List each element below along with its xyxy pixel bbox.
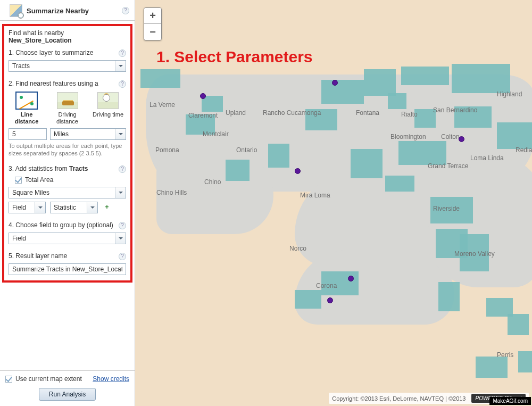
- step-5-row: 5. Result layer name ?: [9, 252, 126, 260]
- step-5-label: 5. Result layer name: [9, 252, 67, 260]
- step-2-label: 2. Find nearest features using a: [9, 79, 98, 88]
- store-point[interactable]: [295, 168, 301, 174]
- method-line-distance[interactable]: Line distance: [9, 92, 45, 125]
- stat-field-select[interactable]: Field: [9, 202, 46, 213]
- line-distance-icon: [16, 92, 37, 109]
- chevron-down-icon: [115, 61, 126, 71]
- tract-polygon: [295, 290, 321, 309]
- step-4-label: 4. Choose field to group by (optional): [9, 221, 113, 229]
- urban-area: [156, 149, 273, 234]
- tract-polygon: [321, 271, 359, 295]
- find-prefix: Find what is nearby: [9, 29, 64, 37]
- distance-unit-select[interactable]: Miles: [50, 128, 126, 140]
- step-1-row: 1. Choose layer to summarize ?: [9, 48, 126, 57]
- method-drive-time-label: Driving time: [90, 111, 126, 118]
- area-unit-value: Square Miles: [12, 189, 49, 196]
- parameters-highlight-box: Find what is nearby New_Store_Location 1…: [2, 24, 132, 283]
- help-icon[interactable]: ?: [122, 7, 129, 14]
- tract-polygon: [497, 122, 532, 149]
- method-driving-time[interactable]: Driving time: [90, 92, 126, 125]
- tract-polygon: [414, 109, 436, 128]
- summarize-nearby-icon: [10, 4, 22, 17]
- store-point[interactable]: [200, 93, 206, 99]
- help-icon[interactable]: ?: [119, 165, 126, 173]
- method-drive-dist-label: Driving distance: [49, 111, 86, 125]
- store-point[interactable]: [459, 136, 464, 142]
- result-layer-name-input[interactable]: [9, 263, 126, 275]
- method-row: Line distance Driving distance Driving t…: [9, 92, 126, 125]
- step-3-row: 3. Add statistics from Tracts ?: [9, 164, 126, 173]
- map-canvas[interactable]: La VerneClaremontUplandRancho CucamongaF…: [135, 0, 532, 406]
- tract-polygon: [460, 234, 489, 271]
- tract-polygon: [226, 160, 250, 181]
- area-unit-select[interactable]: Square Miles: [9, 187, 126, 198]
- tract-polygon: [268, 144, 289, 168]
- tract-polygon: [518, 351, 532, 372]
- store-point[interactable]: [348, 276, 354, 281]
- step-4-row: 4. Choose field to group by (optional) ?: [9, 221, 126, 229]
- total-area-checkbox[interactable]: [15, 177, 22, 184]
- tract-polygon: [351, 149, 383, 178]
- store-point[interactable]: [327, 297, 333, 303]
- chevron-down-icon: [115, 233, 126, 244]
- stat-type-value: Statistic: [54, 204, 76, 211]
- analysis-panel: Summarize Nearby ? Find what is nearby N…: [0, 0, 135, 406]
- method-driving-distance[interactable]: Driving distance: [49, 92, 86, 125]
- zoom-in-button[interactable]: +: [144, 8, 161, 24]
- tract-polygon: [452, 64, 510, 93]
- annotation-overlay: 1. Select Parameters: [156, 48, 313, 66]
- tract-polygon: [438, 282, 460, 311]
- chevron-down-icon: [115, 187, 126, 198]
- tract-polygon: [508, 314, 529, 335]
- tract-polygon: [398, 141, 446, 165]
- zoom-out-button[interactable]: −: [144, 24, 161, 40]
- distance-value-input[interactable]: [9, 128, 47, 140]
- step-2-row: 2. Find nearest features using a ?: [9, 79, 126, 88]
- stat-type-select[interactable]: Statistic: [50, 202, 98, 213]
- result-layer-name-field[interactable]: [12, 266, 122, 273]
- help-icon[interactable]: ?: [119, 80, 126, 88]
- attribution-text: Copyright: ©2013 Esri, DeLorme, NAVTEQ |…: [332, 395, 466, 402]
- field-stat-row: Field Statistic +: [9, 202, 126, 213]
- urban-area: [295, 250, 454, 325]
- tract-polygon: [388, 93, 406, 109]
- distance-value-field[interactable]: [12, 130, 43, 138]
- group-by-select[interactable]: Field: [9, 233, 126, 244]
- help-icon[interactable]: ?: [119, 49, 126, 57]
- find-layer-name: New_Store_Location: [9, 37, 72, 44]
- stat-field-value: Field: [12, 204, 26, 211]
- help-icon[interactable]: ?: [119, 253, 126, 260]
- group-by-value: Field: [12, 235, 26, 242]
- tract-polygon: [401, 67, 449, 85]
- makeagif-watermark: MakeAGif.com: [489, 397, 531, 405]
- total-area-label: Total Area: [25, 176, 53, 184]
- tract-polygon: [364, 69, 396, 96]
- chevron-down-icon: [87, 202, 97, 213]
- tract-polygon: [186, 114, 215, 135]
- panel-header: Summarize Nearby ?: [0, 0, 135, 21]
- distance-unit-value: Miles: [54, 130, 69, 138]
- add-statistic-button[interactable]: +: [102, 202, 112, 213]
- tract-polygon: [305, 109, 337, 130]
- driving-distance-icon: [57, 92, 78, 109]
- store-point[interactable]: [332, 80, 338, 86]
- find-description: Find what is nearby New_Store_Location: [9, 29, 126, 44]
- show-credits-link[interactable]: Show credits: [93, 375, 129, 383]
- tract-polygon: [140, 69, 180, 88]
- chevron-down-icon: [35, 202, 45, 213]
- method-line-label: Line distance: [9, 111, 45, 125]
- distance-row: Miles: [9, 128, 126, 140]
- summarize-layer-select[interactable]: Tracts: [9, 60, 126, 72]
- use-extent-checkbox[interactable]: [5, 376, 12, 383]
- total-area-row: Total Area: [15, 176, 126, 184]
- summarize-layer-value: Tracts: [12, 62, 30, 70]
- help-icon[interactable]: ?: [119, 222, 126, 229]
- panel-footer: Use current map extent Show credits Run …: [0, 370, 135, 406]
- tract-polygon: [454, 106, 492, 128]
- tract-polygon: [430, 197, 473, 223]
- tract-polygon: [476, 357, 508, 378]
- driving-time-icon: [97, 92, 119, 109]
- use-extent-label: Use current map extent: [15, 375, 82, 383]
- run-analysis-button[interactable]: Run Analysis: [39, 388, 96, 401]
- step-1-label: 1. Choose layer to summarize: [9, 48, 93, 57]
